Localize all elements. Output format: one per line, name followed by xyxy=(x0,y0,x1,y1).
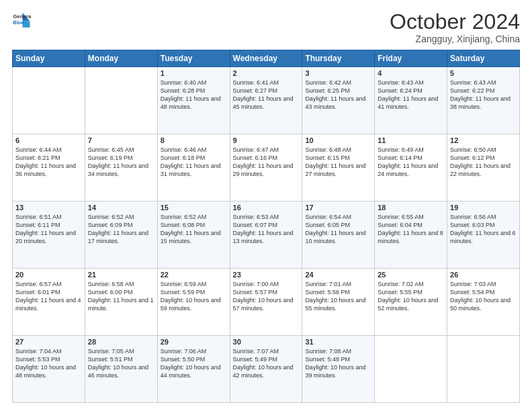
calendar-cell: 1Sunrise: 6:40 AM Sunset: 6:28 PM Daylig… xyxy=(157,67,230,134)
calendar-cell: 26Sunrise: 7:03 AM Sunset: 5:54 PM Dayli… xyxy=(447,269,520,336)
weekday-header-wednesday: Wednesday xyxy=(230,50,302,67)
day-number: 28 xyxy=(88,338,154,346)
calendar-week-2: 6Sunrise: 6:44 AM Sunset: 6:21 PM Daylig… xyxy=(13,134,520,201)
day-number: 14 xyxy=(88,203,154,212)
calendar-cell: 17Sunrise: 6:54 AM Sunset: 6:05 PM Dayli… xyxy=(302,201,375,269)
page: General Blue October 2024 Zangguy, Xinji… xyxy=(0,0,532,411)
calendar-cell xyxy=(375,336,447,403)
title-block: October 2024 Zangguy, Xinjiang, China xyxy=(390,11,520,44)
day-number: 24 xyxy=(305,271,371,279)
calendar-week-1: 1Sunrise: 6:40 AM Sunset: 6:28 PM Daylig… xyxy=(13,67,520,134)
day-number: 23 xyxy=(233,271,300,279)
cell-content: Sunrise: 6:47 AM Sunset: 6:16 PM Dayligh… xyxy=(233,146,300,179)
day-number: 29 xyxy=(161,338,227,346)
cell-content: Sunrise: 6:53 AM Sunset: 6:07 PM Dayligh… xyxy=(233,213,300,246)
day-number: 20 xyxy=(15,271,82,279)
calendar-cell: 4Sunrise: 6:43 AM Sunset: 6:24 PM Daylig… xyxy=(375,67,447,134)
calendar-cell: 29Sunrise: 7:06 AM Sunset: 5:50 PM Dayli… xyxy=(157,336,230,403)
day-number: 26 xyxy=(450,271,517,279)
cell-content: Sunrise: 6:48 AM Sunset: 6:15 PM Dayligh… xyxy=(305,146,371,179)
cell-content: Sunrise: 6:42 AM Sunset: 6:25 PM Dayligh… xyxy=(305,79,371,111)
calendar-cell xyxy=(447,336,520,403)
calendar-cell: 12Sunrise: 6:50 AM Sunset: 6:12 PM Dayli… xyxy=(447,134,520,201)
cell-content: Sunrise: 6:43 AM Sunset: 6:24 PM Dayligh… xyxy=(378,79,444,111)
cell-content: Sunrise: 7:03 AM Sunset: 5:54 PM Dayligh… xyxy=(450,280,517,313)
weekday-header-row: SundayMondayTuesdayWednesdayThursdayFrid… xyxy=(13,50,520,67)
day-number: 3 xyxy=(305,69,371,77)
cell-content: Sunrise: 6:55 AM Sunset: 6:04 PM Dayligh… xyxy=(378,213,444,246)
day-number: 1 xyxy=(161,69,227,77)
day-number: 25 xyxy=(378,271,444,279)
calendar-cell: 27Sunrise: 7:04 AM Sunset: 5:53 PM Dayli… xyxy=(13,336,85,403)
day-number: 8 xyxy=(161,136,227,144)
weekday-header-monday: Monday xyxy=(85,50,157,67)
cell-content: Sunrise: 6:44 AM Sunset: 6:21 PM Dayligh… xyxy=(15,146,82,179)
calendar-cell: 2Sunrise: 6:41 AM Sunset: 6:27 PM Daylig… xyxy=(230,67,302,134)
day-number: 12 xyxy=(450,136,517,144)
calendar-cell: 13Sunrise: 6:51 AM Sunset: 6:11 PM Dayli… xyxy=(13,201,85,269)
calendar-cell: 30Sunrise: 7:07 AM Sunset: 5:49 PM Dayli… xyxy=(230,336,302,403)
cell-content: Sunrise: 7:05 AM Sunset: 5:51 PM Dayligh… xyxy=(88,347,154,380)
calendar-cell: 19Sunrise: 6:56 AM Sunset: 6:03 PM Dayli… xyxy=(447,201,520,269)
location: Zangguy, Xinjiang, China xyxy=(390,34,520,44)
calendar-table: SundayMondayTuesdayWednesdayThursdayFrid… xyxy=(12,50,520,403)
calendar-cell: 22Sunrise: 6:59 AM Sunset: 5:59 PM Dayli… xyxy=(157,269,230,336)
weekday-header-friday: Friday xyxy=(375,50,447,67)
cell-content: Sunrise: 6:57 AM Sunset: 6:01 PM Dayligh… xyxy=(15,280,82,313)
calendar-cell xyxy=(85,67,157,134)
logo: General Blue xyxy=(12,11,31,30)
cell-content: Sunrise: 6:41 AM Sunset: 6:27 PM Dayligh… xyxy=(233,79,300,111)
cell-content: Sunrise: 6:46 AM Sunset: 6:18 PM Dayligh… xyxy=(161,146,227,179)
weekday-header-sunday: Sunday xyxy=(13,50,85,67)
logo-icon: General Blue xyxy=(12,11,31,30)
day-number: 2 xyxy=(233,69,300,77)
calendar-cell: 7Sunrise: 6:45 AM Sunset: 6:19 PM Daylig… xyxy=(85,134,157,201)
calendar-cell: 8Sunrise: 6:46 AM Sunset: 6:18 PM Daylig… xyxy=(157,134,230,201)
calendar-cell: 5Sunrise: 6:43 AM Sunset: 6:22 PM Daylig… xyxy=(447,67,520,134)
weekday-header-saturday: Saturday xyxy=(447,50,520,67)
day-number: 10 xyxy=(305,136,371,144)
calendar-cell: 20Sunrise: 6:57 AM Sunset: 6:01 PM Dayli… xyxy=(13,269,85,336)
cell-content: Sunrise: 6:43 AM Sunset: 6:22 PM Dayligh… xyxy=(450,79,517,111)
cell-content: Sunrise: 6:52 AM Sunset: 6:08 PM Dayligh… xyxy=(161,213,227,246)
day-number: 15 xyxy=(161,203,227,212)
cell-content: Sunrise: 6:50 AM Sunset: 6:12 PM Dayligh… xyxy=(450,146,517,179)
calendar-cell: 10Sunrise: 6:48 AM Sunset: 6:15 PM Dayli… xyxy=(302,134,375,201)
calendar-cell: 9Sunrise: 6:47 AM Sunset: 6:16 PM Daylig… xyxy=(230,134,302,201)
cell-content: Sunrise: 7:06 AM Sunset: 5:50 PM Dayligh… xyxy=(161,347,227,380)
calendar-cell: 3Sunrise: 6:42 AM Sunset: 6:25 PM Daylig… xyxy=(302,67,375,134)
cell-content: Sunrise: 7:00 AM Sunset: 5:57 PM Dayligh… xyxy=(233,280,300,313)
day-number: 31 xyxy=(305,338,371,346)
calendar-week-4: 20Sunrise: 6:57 AM Sunset: 6:01 PM Dayli… xyxy=(13,269,520,336)
calendar-week-5: 27Sunrise: 7:04 AM Sunset: 5:53 PM Dayli… xyxy=(13,336,520,403)
day-number: 16 xyxy=(233,203,300,212)
calendar-cell: 31Sunrise: 7:08 AM Sunset: 5:48 PM Dayli… xyxy=(302,336,375,403)
calendar-cell xyxy=(13,67,85,134)
day-number: 6 xyxy=(15,136,82,144)
cell-content: Sunrise: 6:58 AM Sunset: 6:00 PM Dayligh… xyxy=(88,280,154,313)
calendar-cell: 24Sunrise: 7:01 AM Sunset: 5:56 PM Dayli… xyxy=(302,269,375,336)
svg-text:Blue: Blue xyxy=(13,19,26,26)
calendar-cell: 25Sunrise: 7:02 AM Sunset: 5:55 PM Dayli… xyxy=(375,269,447,336)
cell-content: Sunrise: 6:49 AM Sunset: 6:14 PM Dayligh… xyxy=(378,146,444,179)
day-number: 21 xyxy=(88,271,154,279)
cell-content: Sunrise: 6:56 AM Sunset: 6:03 PM Dayligh… xyxy=(450,213,517,246)
cell-content: Sunrise: 6:51 AM Sunset: 6:11 PM Dayligh… xyxy=(15,213,82,246)
weekday-header-tuesday: Tuesday xyxy=(157,50,230,67)
calendar-cell: 14Sunrise: 6:52 AM Sunset: 6:09 PM Dayli… xyxy=(85,201,157,269)
day-number: 7 xyxy=(88,136,154,144)
day-number: 27 xyxy=(15,338,82,346)
month-title: October 2024 xyxy=(390,11,520,32)
calendar-cell: 16Sunrise: 6:53 AM Sunset: 6:07 PM Dayli… xyxy=(230,201,302,269)
day-number: 9 xyxy=(233,136,300,144)
calendar-cell: 11Sunrise: 6:49 AM Sunset: 6:14 PM Dayli… xyxy=(375,134,447,201)
day-number: 11 xyxy=(378,136,444,144)
cell-content: Sunrise: 7:07 AM Sunset: 5:49 PM Dayligh… xyxy=(233,347,300,380)
calendar-cell: 18Sunrise: 6:55 AM Sunset: 6:04 PM Dayli… xyxy=(375,201,447,269)
day-number: 13 xyxy=(15,203,82,212)
cell-content: Sunrise: 6:40 AM Sunset: 6:28 PM Dayligh… xyxy=(161,79,227,111)
day-number: 22 xyxy=(161,271,227,279)
svg-text:General: General xyxy=(13,13,31,19)
cell-content: Sunrise: 6:54 AM Sunset: 6:05 PM Dayligh… xyxy=(305,213,371,246)
day-number: 5 xyxy=(450,69,517,77)
